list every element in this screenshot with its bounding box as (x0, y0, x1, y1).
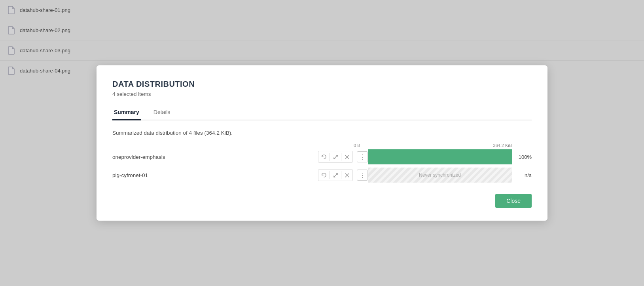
bar-fill (368, 149, 512, 164)
tab-summary[interactable]: Summary (112, 106, 141, 120)
bar-label-left: 0 B (354, 143, 360, 148)
provider-actions (318, 169, 353, 181)
more-button[interactable]: ⋮ (357, 151, 368, 162)
bar-percent: n/a (516, 172, 532, 178)
provider-name: oneprovider-emphasis (112, 154, 318, 160)
tab-bar: Summary Details (112, 106, 532, 120)
data-distribution-modal: DATA DISTRIBUTION 4 selected items Summa… (97, 65, 547, 221)
bar-stripe: Never synchronized (368, 168, 512, 183)
remove-icon[interactable] (341, 151, 352, 162)
sync-icon[interactable] (318, 151, 330, 162)
provider-name: plg-cyfronet-01 (112, 172, 318, 178)
modal-title: DATA DISTRIBUTION (112, 80, 532, 89)
modal-overlay: DATA DISTRIBUTION 4 selected items Summa… (0, 0, 644, 286)
bar-label-right: 364.2 KiB (493, 143, 512, 148)
provider-actions (318, 151, 353, 163)
summary-description: Summarized data distribution of 4 files … (112, 130, 532, 136)
never-sync-label: Never synchronized (419, 172, 461, 178)
more-button[interactable]: ⋮ (357, 170, 368, 181)
sync-icon[interactable] (318, 170, 330, 181)
close-button[interactable]: Close (495, 194, 532, 208)
bar-area (368, 149, 512, 164)
tab-details[interactable]: Details (152, 106, 172, 120)
provider-row: oneprovider-emphasis (112, 149, 532, 164)
providers-list: oneprovider-emphasis (112, 149, 532, 183)
provider-row: plg-cyfronet-01 (112, 168, 532, 183)
expand-icon[interactable] (330, 170, 341, 181)
modal-footer: Close (112, 194, 532, 208)
bar-container (368, 149, 512, 164)
remove-icon[interactable] (341, 170, 352, 181)
modal-subtitle: 4 selected items (112, 91, 532, 97)
bar-percent: 100% (516, 154, 532, 160)
expand-icon[interactable] (330, 151, 341, 162)
bar-area: Never synchronized (368, 168, 512, 183)
bar-container: Never synchronized (368, 168, 512, 183)
